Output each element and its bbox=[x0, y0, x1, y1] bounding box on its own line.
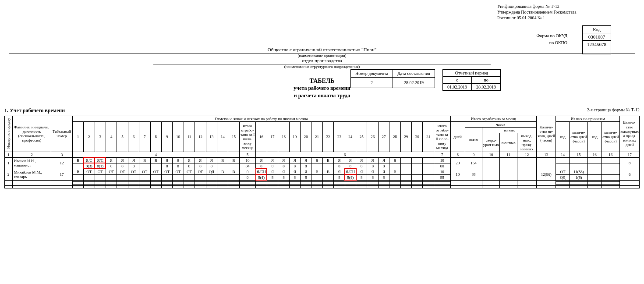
code-labels: Форма по ОКУД по ОКПО bbox=[537, 32, 567, 46]
title: ТАБЕЛЬ учета рабочего времени и расчета … bbox=[4, 78, 640, 99]
section-title: 1. Учет рабочего времени bbox=[4, 107, 65, 114]
page-note: 2-я страница формы № Т-12 bbox=[587, 107, 640, 112]
doc-meta: Номер документаДата составления 228.02.2… bbox=[350, 69, 435, 88]
org-name-line: Общество с ограниченной ответственностью… bbox=[4, 47, 640, 69]
main-table: Номер по порядкуФамилия, инициалы, должн… bbox=[4, 116, 640, 188]
period: Отчетный период спо 01.02.201928.02.2019 bbox=[442, 69, 501, 91]
code-box: Код 0301007 12345678 bbox=[582, 25, 611, 54]
form-info: Унифицированная форма № Т-12 Утверждена … bbox=[497, 4, 640, 21]
